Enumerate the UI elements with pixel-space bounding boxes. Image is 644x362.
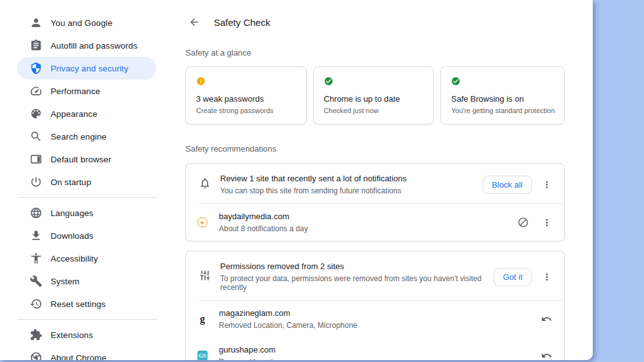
sidebar-item-reset-settings[interactable]: Reset settings [17,293,156,315]
site-domain: gurushape.com [219,345,538,354]
sidebar-item-label: Languages [51,208,94,218]
sidebar-item-autofill[interactable]: Autofill and passwords [17,34,156,57]
settings-sidebar: You and Google Autofill and passwords Pr… [0,0,177,360]
page-title: Safety Check [214,17,270,28]
glance-card-safe-browsing[interactable]: Safe Browsing is on You're getting stand… [440,66,565,124]
sidebar-item-label: System [51,277,80,286]
safety-check-page: Safety Check Safety at a glance 3 weak p… [185,0,565,360]
permissions-card-text: Permissions removed from 2 sites To prot… [220,262,486,292]
sidebar-item-label: Performance [51,87,100,96]
chrome-settings-window: You and Google Autofill and passwords Pr… [0,0,593,360]
sidebar-item-label: Appearance [51,109,97,119]
globe-icon [30,207,42,219]
sidebar-item-label: About Chrome [51,353,106,361]
site-domain: baydailymedia.com [219,212,514,221]
sidebar-item-you-and-google[interactable]: You and Google [17,11,156,34]
glance-card-title: 3 weak passwords [196,94,297,104]
warning-info-icon [196,76,206,86]
more-options-button[interactable] [538,214,555,231]
sidebar-item-label: Extensions [51,330,93,340]
glance-card-updates[interactable]: Chrome is up to date Checked just now [313,66,435,124]
back-button[interactable] [185,13,203,31]
notifications-card-text: Review 1 site that recently sent a lot o… [220,174,475,195]
more-options-button[interactable] [538,268,555,286]
sidebar-item-search-engine[interactable]: Search engine [17,125,156,148]
notifications-review-card: Review 1 site that recently sent a lot o… [185,163,565,241]
check-circle-icon [324,76,333,86]
sidebar-item-accessibility[interactable]: Accessibility [17,247,156,270]
site-domain: magazineglam.com [219,308,538,318]
site-row-baydailymedia: baydailymedia.com About 8 notifications … [186,204,564,241]
more-vert-icon [542,179,552,190]
page-header: Safety Check [185,13,565,31]
site-text: magazineglam.com Removed Location, Camer… [219,308,538,330]
browser-window-icon [30,153,42,166]
sidebar-item-label: Autofill and passwords [51,41,137,51]
permissions-card-subtitle: To protect your data, permissions were r… [220,274,486,292]
more-options-button[interactable] [538,176,555,193]
site-detail: Removed Location [219,358,538,360]
glance-cards-row: 3 weak passwords Create strong passwords… [185,66,565,124]
sidebar-item-default-browser[interactable]: Default browser [17,148,156,171]
sidebar-item-appearance[interactable]: Appearance [17,102,156,125]
site-text: gurushape.com Removed Location [219,345,538,360]
block-site-button[interactable] [514,214,532,231]
more-vert-icon [542,272,552,282]
got-it-button[interactable]: Got it [493,268,532,286]
undo-icon [541,350,552,360]
bell-icon [199,177,220,192]
glance-card-subtitle: Create strong passwords [196,107,297,114]
sidebar-divider [18,319,158,320]
recommendations-section-title: Safety recommendations [185,144,565,154]
glance-card-passwords[interactable]: 3 weak passwords Create strong passwords [185,66,307,124]
site-detail: About 8 notifications a day [219,224,514,233]
sidebar-item-label: Reset settings [51,299,106,309]
sidebar-item-label: You and Google [51,18,113,28]
sidebar-item-label: Accessibility [51,254,98,263]
sidebar-item-languages[interactable]: Languages [17,202,156,224]
site-favicon-letter: g [197,314,207,324]
glance-card-title: Safe Browsing is on [451,94,555,104]
undo-icon [541,313,552,325]
sidebar-item-about-chrome[interactable]: About Chrome [17,346,156,360]
undo-removal-button[interactable] [538,347,555,360]
palette-icon [30,107,42,120]
more-vert-icon [542,217,552,228]
undo-removal-button[interactable] [538,310,555,328]
chrome-logo-icon [30,351,42,360]
block-all-button[interactable]: Block all [483,176,532,194]
notifications-card-header: Review 1 site that recently sent a lot o… [186,164,564,203]
power-icon [30,176,42,188]
site-detail: Removed Location, Camera, Microphone [219,321,538,330]
notifications-card-subtitle: You can stop this site from sending futu… [220,186,475,195]
glance-section-title: Safety at a glance [185,48,565,57]
speedometer-icon [30,85,42,97]
site-row-gurushape: GS gurushape.com Removed Location [186,337,564,360]
history-icon [30,298,42,310]
sidebar-item-privacy-security[interactable]: Privacy and security [17,57,156,80]
check-circle-icon [451,76,461,86]
site-text: baydailymedia.com About 8 notifications … [219,212,514,233]
sidebar-item-label: Search engine [51,132,106,142]
wrench-icon [30,275,42,287]
sidebar-item-downloads[interactable]: Downloads [17,224,156,247]
sidebar-item-label: Default browser [51,155,111,164]
sidebar-item-performance[interactable]: Performance [17,80,156,102]
sidebar-item-label: Privacy and security [51,64,128,73]
permissions-card-title: Permissions removed from 2 sites [220,262,486,271]
sidebar-item-system[interactable]: System [17,270,156,293]
back-arrow-icon [189,16,200,28]
glance-card-title: Chrome is up to date [324,94,424,104]
site-favicon-speaker [197,217,207,227]
search-icon [30,130,42,143]
tune-sliders-icon [199,269,220,284]
permissions-card-header: Permissions removed from 2 sites To prot… [186,251,564,300]
accessibility-icon [30,252,42,265]
sidebar-item-extensions[interactable]: Extensions [17,323,156,346]
sidebar-item-label: On startup [51,178,91,187]
site-favicon-gs: GS [197,351,207,360]
block-icon [517,217,529,228]
sidebar-item-label: Downloads [51,231,94,241]
sidebar-item-on-startup[interactable]: On startup [17,171,156,193]
permissions-removed-card: Permissions removed from 2 sites To prot… [185,251,565,360]
